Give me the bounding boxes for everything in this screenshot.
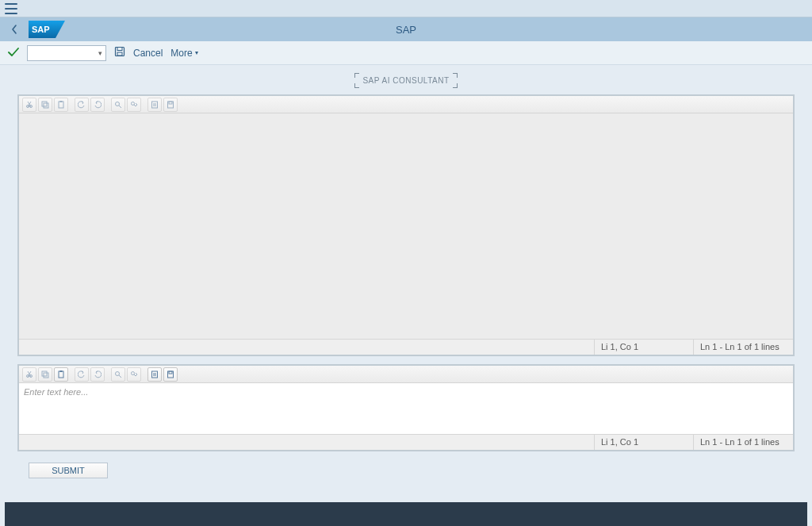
save-icon[interactable] xyxy=(114,46,125,60)
app-toolbar: ▾ Cancel More ▾ xyxy=(0,41,812,65)
find-icon xyxy=(111,367,125,382)
output-line-range: Ln 1 - Ln 1 of 1 lines xyxy=(694,340,793,355)
save-file-icon[interactable] xyxy=(163,367,178,382)
copy-icon xyxy=(38,367,52,382)
input-editor-statusbar: Li 1, Co 1 Ln 1 - Ln 1 of 1 lines xyxy=(19,434,793,450)
svg-rect-2 xyxy=(116,48,124,56)
svg-rect-21 xyxy=(60,371,63,372)
cut-icon xyxy=(22,367,36,382)
output-editor-panel: Li 1, Co 1 Ln 1 - Ln 1 of 1 lines xyxy=(17,94,795,356)
paste-icon[interactable] xyxy=(54,367,68,382)
svg-rect-8 xyxy=(44,103,48,108)
load-file-icon xyxy=(147,98,162,112)
svg-text:SAP: SAP xyxy=(32,25,50,34)
find-next-icon xyxy=(127,367,141,382)
svg-point-11 xyxy=(116,102,120,106)
svg-rect-26 xyxy=(169,371,172,374)
sap-logo: SAP xyxy=(29,21,65,38)
input-editor-toolbar xyxy=(19,366,793,383)
cancel-button[interactable]: Cancel xyxy=(133,48,163,59)
save-file-icon xyxy=(163,98,178,112)
copy-icon xyxy=(38,98,52,112)
bottom-status-bar xyxy=(5,502,807,526)
top-menu-bar xyxy=(0,0,812,17)
undo-icon xyxy=(75,367,89,382)
svg-rect-13 xyxy=(152,102,158,108)
content-area: SAP AI CONSULTANT Li 1, Co 1 Ln 1 - Ln 1… xyxy=(0,65,812,497)
output-editor-toolbar xyxy=(19,96,793,113)
input-editor-panel: Enter text here... Li 1, Co 1 Ln 1 - Ln … xyxy=(17,364,795,451)
svg-rect-20 xyxy=(59,371,63,378)
header-bar: SAP SAP xyxy=(0,17,812,41)
redo-icon xyxy=(90,367,105,382)
redo-icon xyxy=(90,98,105,112)
chevron-down-icon: ▾ xyxy=(195,49,198,56)
submit-button[interactable]: SUBMIT xyxy=(29,463,108,478)
svg-point-12 xyxy=(132,102,135,105)
more-dropdown[interactable]: More ▾ xyxy=(170,48,197,59)
back-button[interactable] xyxy=(5,20,24,39)
output-editor-statusbar: Li 1, Co 1 Ln 1 - Ln 1 of 1 lines xyxy=(19,339,793,355)
submit-row: SUBMIT xyxy=(17,459,795,478)
page-title: SAP xyxy=(0,24,812,36)
svg-rect-9 xyxy=(59,102,63,108)
more-label: More xyxy=(170,48,192,59)
input-editor-body[interactable]: Enter text here... xyxy=(19,383,793,434)
undo-icon xyxy=(75,98,89,112)
section-title-wrap: SAP AI CONSULTANT xyxy=(6,70,806,94)
paste-icon xyxy=(54,98,68,112)
svg-rect-18 xyxy=(42,371,47,376)
input-placeholder: Enter text here... xyxy=(24,387,88,397)
output-editor-body[interactable] xyxy=(19,113,793,339)
section-title: SAP AI CONSULTANT xyxy=(354,73,457,88)
accept-icon[interactable] xyxy=(8,47,19,60)
svg-point-22 xyxy=(116,371,120,375)
svg-rect-15 xyxy=(169,102,172,104)
transaction-combobox[interactable]: ▾ xyxy=(27,45,106,61)
svg-rect-4 xyxy=(117,52,122,56)
cut-icon xyxy=(22,98,36,112)
input-cursor-position: Li 1, Co 1 xyxy=(595,435,694,450)
svg-rect-7 xyxy=(42,102,47,106)
input-line-range: Ln 1 - Ln 1 of 1 lines xyxy=(694,435,793,450)
section-title-text: SAP AI CONSULTANT xyxy=(362,76,449,85)
svg-rect-24 xyxy=(152,371,158,378)
svg-rect-19 xyxy=(44,373,48,378)
output-cursor-position: Li 1, Co 1 xyxy=(595,340,694,355)
svg-point-23 xyxy=(132,371,135,374)
load-file-icon[interactable] xyxy=(147,367,162,382)
find-next-icon xyxy=(127,98,141,112)
svg-rect-10 xyxy=(60,101,63,102)
chevron-down-icon: ▾ xyxy=(98,49,102,57)
hamburger-menu-icon[interactable] xyxy=(5,3,17,14)
find-icon xyxy=(111,98,125,112)
